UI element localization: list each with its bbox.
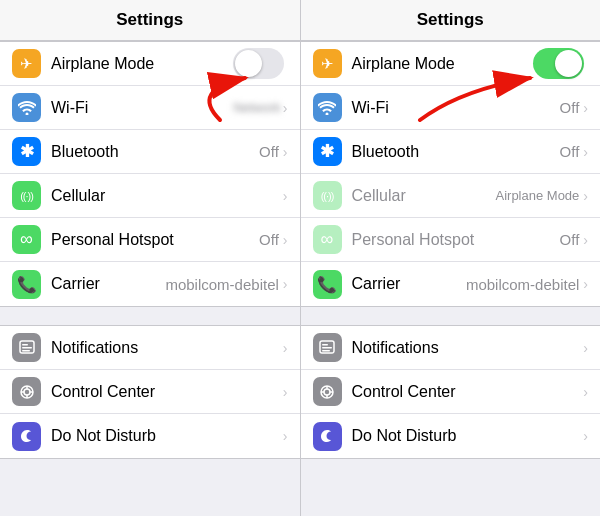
right-hotspot-row[interactable]: ∞ Personal Hotspot Off › — [301, 218, 601, 262]
svg-rect-3 — [22, 350, 30, 352]
right-carrier-row[interactable]: 📞 Carrier mobilcom-debitel › — [301, 262, 601, 306]
left-spacer2 — [0, 459, 300, 477]
left-hotspot-row[interactable]: ∞ Personal Hotspot Off › — [0, 218, 300, 262]
left-airplane-toggle[interactable] — [233, 48, 284, 79]
left-donotdisturb-label: Do Not Disturb — [51, 427, 283, 445]
right-wifi-chevron: › — [583, 100, 588, 116]
left-donotdisturb-row[interactable]: Do Not Disturb › — [0, 414, 300, 458]
right-donotdisturb-row[interactable]: Do Not Disturb › — [301, 414, 601, 458]
right-carrier-icon: 📞 — [313, 270, 342, 299]
right-bluetooth-icon: ✱ — [313, 137, 342, 166]
right-notifications-label: Notifications — [352, 339, 584, 357]
left-donotdisturb-chevron: › — [283, 428, 288, 444]
right-wifi-row[interactable]: Wi-Fi Off › — [301, 86, 601, 130]
left-notifications-label: Notifications — [51, 339, 283, 357]
left-wifi-value: Network — [233, 100, 281, 115]
left-controlcenter-label: Control Center — [51, 383, 283, 401]
right-carrier-value: mobilcom-debitel — [466, 276, 579, 293]
left-cellular-row[interactable]: ((·)) Cellular › — [0, 174, 300, 218]
left-spacer1 — [0, 307, 300, 325]
left-cellular-label: Cellular — [51, 187, 283, 205]
left-controlcenter-row[interactable]: Control Center › — [0, 370, 300, 414]
right-bluetooth-label: Bluetooth — [352, 143, 560, 161]
right-controlcenter-row[interactable]: Control Center › — [301, 370, 601, 414]
right-carrier-chevron: › — [583, 276, 588, 292]
right-airplane-icon: ✈ — [313, 49, 342, 78]
left-bluetooth-icon: ✱ — [12, 137, 41, 166]
svg-point-5 — [24, 389, 30, 395]
right-notifications-group: Notifications › Control Center › — [301, 325, 601, 459]
left-donotdisturb-icon — [12, 422, 41, 451]
svg-rect-12 — [322, 347, 332, 349]
left-notifications-chevron: › — [283, 340, 288, 356]
right-donotdisturb-label: Do Not Disturb — [352, 427, 584, 445]
right-hotspot-value: Off — [560, 231, 580, 248]
svg-rect-13 — [322, 350, 330, 352]
right-panel-header: Settings — [301, 0, 601, 41]
right-hotspot-icon: ∞ — [313, 225, 342, 254]
left-wifi-chevron: › — [283, 100, 288, 116]
left-hotspot-value: Off — [259, 231, 279, 248]
right-main-group: ✈ Airplane Mode Wi-Fi Off › ✱ — [301, 41, 601, 307]
left-hotspot-chevron: › — [283, 232, 288, 248]
left-bluetooth-chevron: › — [283, 144, 288, 160]
right-notifications-row[interactable]: Notifications › — [301, 326, 601, 370]
right-cellular-row[interactable]: ((·)) Cellular Airplane Mode › — [301, 174, 601, 218]
right-cellular-label: Cellular — [352, 187, 496, 205]
left-cellular-icon: ((·)) — [12, 181, 41, 210]
right-donotdisturb-icon — [313, 422, 342, 451]
left-airplane-row[interactable]: ✈ Airplane Mode — [0, 42, 300, 86]
right-notifications-chevron: › — [583, 340, 588, 356]
left-notifications-row[interactable]: Notifications › — [0, 326, 300, 370]
right-bluetooth-row[interactable]: ✱ Bluetooth Off › — [301, 130, 601, 174]
left-controlcenter-icon — [12, 377, 41, 406]
right-bluetooth-chevron: › — [583, 144, 588, 160]
left-bluetooth-row[interactable]: ✱ Bluetooth Off › — [0, 130, 300, 174]
left-carrier-chevron: › — [283, 276, 288, 292]
right-controlcenter-chevron: › — [583, 384, 588, 400]
left-airplane-label: Airplane Mode — [51, 55, 233, 73]
right-spacer1 — [301, 307, 601, 325]
left-cellular-chevron: › — [283, 188, 288, 204]
svg-point-15 — [324, 389, 330, 395]
left-notifications-group: Notifications › Control Center › — [0, 325, 300, 459]
left-carrier-label: Carrier — [51, 275, 165, 293]
left-carrier-value: mobilcom-debitel — [165, 276, 278, 293]
left-wifi-icon — [12, 93, 41, 122]
right-airplane-label: Airplane Mode — [352, 55, 534, 73]
left-bluetooth-value: Off — [259, 143, 279, 160]
left-bluetooth-label: Bluetooth — [51, 143, 259, 161]
right-controlcenter-icon — [313, 377, 342, 406]
left-carrier-row[interactable]: 📞 Carrier mobilcom-debitel › — [0, 262, 300, 306]
right-airplane-row[interactable]: ✈ Airplane Mode — [301, 42, 601, 86]
left-airplane-icon: ✈ — [12, 49, 41, 78]
left-wifi-row[interactable]: Wi-Fi Network › — [0, 86, 300, 130]
right-hotspot-label: Personal Hotspot — [352, 231, 560, 249]
right-controlcenter-label: Control Center — [352, 383, 584, 401]
right-donotdisturb-chevron: › — [583, 428, 588, 444]
left-controlcenter-chevron: › — [283, 384, 288, 400]
right-airplane-toggle[interactable] — [533, 48, 584, 79]
left-carrier-icon: 📞 — [12, 270, 41, 299]
right-notifications-icon — [313, 333, 342, 362]
right-spacer2 — [301, 459, 601, 477]
svg-rect-1 — [22, 344, 28, 346]
left-notifications-icon — [12, 333, 41, 362]
right-wifi-value: Off — [560, 99, 580, 116]
left-panel-header: Settings — [0, 0, 300, 41]
left-hotspot-label: Personal Hotspot — [51, 231, 259, 249]
right-panel: Settings ✈ Airplane Mode Wi-Fi Off — [301, 0, 601, 516]
right-carrier-label: Carrier — [352, 275, 466, 293]
right-wifi-icon — [313, 93, 342, 122]
left-main-group: ✈ Airplane Mode Wi-Fi Network › ✱ — [0, 41, 300, 307]
left-wifi-label: Wi-Fi — [51, 99, 233, 117]
svg-rect-11 — [322, 344, 328, 346]
right-bluetooth-value: Off — [560, 143, 580, 160]
right-wifi-label: Wi-Fi — [352, 99, 560, 117]
svg-rect-2 — [22, 347, 32, 349]
right-cellular-chevron: › — [583, 188, 588, 204]
right-hotspot-chevron: › — [583, 232, 588, 248]
left-hotspot-icon: ∞ — [12, 225, 41, 254]
right-cellular-value: Airplane Mode — [496, 188, 580, 203]
right-cellular-icon: ((·)) — [313, 181, 342, 210]
